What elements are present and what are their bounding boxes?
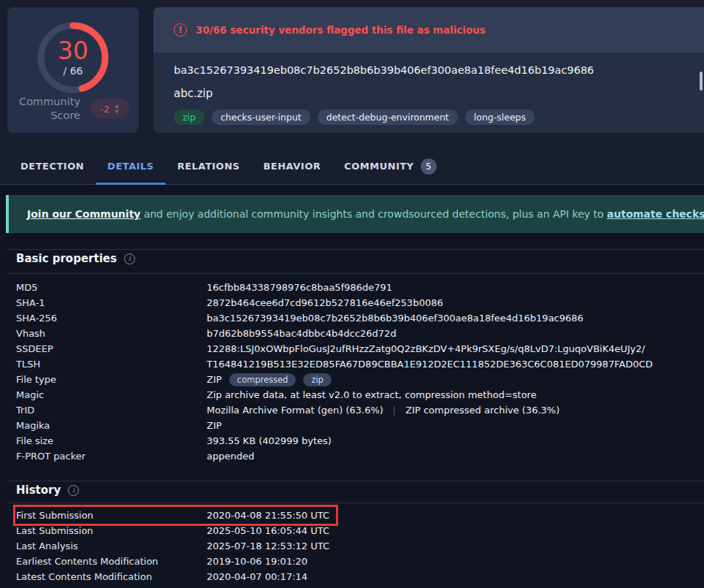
malicious-warning-text: 30/66 security vendors flagged this file… (196, 24, 486, 36)
card-scrollbar-thumb[interactable] (700, 72, 703, 91)
property-value-text: ba3c15267393419eb08c7b2652b8b6b39b406ef3… (207, 313, 584, 324)
property-row: MD516cfbb84338798976c8baa5f986de791 (16, 280, 704, 295)
engines-total: / 66 (64, 65, 83, 77)
property-row: MagicZip archive data, at least v2.0 to … (16, 387, 704, 402)
tab-label: DETECTION (20, 159, 84, 172)
property-value: Mozilla Archive Format (gen) (63.6%)|ZIP… (207, 405, 559, 416)
detection-score-gauge: 30 / 66 (32, 17, 114, 99)
basic-properties-heading: Basic properties i (16, 252, 135, 265)
property-row: TLSHT164841219B513E32ED85FA67D89CBBA1E91… (16, 356, 704, 372)
history-value: 2019-10-06 19:01:20 (207, 556, 307, 567)
tag-checks-user-input[interactable]: checks-user-input (212, 110, 310, 125)
history-key: Earliest Contents Modification (16, 556, 207, 567)
history-key: Latest Contents Modification (16, 571, 207, 582)
property-key: File type (16, 374, 207, 385)
basic-properties-title: Basic properties (16, 252, 117, 265)
property-row: F-PROT packerappended (16, 448, 704, 464)
property-row: MagikaZIP (16, 418, 704, 433)
history-row: Latest Contents Modification2020-04-07 0… (16, 569, 704, 584)
file-summary-body: ba3c15267393419eb08c7b2652b8b6b39b406ef3… (153, 53, 704, 125)
detection-score-card: 30 / 66 Community Score -2 ▲ ▼ (7, 7, 139, 133)
property-value: ZIP (207, 420, 222, 431)
property-value-text: ZIP (207, 420, 222, 431)
tab-community[interactable]: COMMUNITY5 (332, 150, 448, 185)
property-value: ZIPcompressedzip (207, 373, 332, 386)
tag-zip[interactable]: zip (174, 110, 204, 125)
history-heading: History i (16, 484, 79, 497)
alert-circle-icon: ! (174, 23, 187, 37)
badge-compressed[interactable]: compressed (229, 373, 296, 386)
basic-properties-table: MD516cfbb84338798976c8baa5f986de791SHA-1… (16, 280, 704, 464)
property-value-text: appended (207, 451, 254, 462)
divider (7, 249, 704, 250)
file-summary-card: ! 30/66 security vendors flagged this fi… (153, 7, 704, 133)
community-score-label: Community Score (19, 95, 80, 123)
file-name: abc.zip (174, 87, 704, 100)
history-key: First Submission (16, 510, 207, 521)
property-key: F-PROT packer (16, 451, 207, 462)
history-value-text: 2025-05-10 16:05:44 UTC (207, 525, 329, 536)
tab-behavior[interactable]: BEHAVIOR (251, 150, 332, 185)
property-value-text: 16cfbb84338798976c8baa5f986de791 (207, 282, 392, 293)
vote-down-icon[interactable]: ▼ (115, 110, 118, 115)
history-row-highlighted: First Submission2020-04-08 21:55:50 UTC (16, 508, 335, 523)
property-key: Vhash (16, 328, 207, 339)
join-community-link[interactable]: Join our Community (27, 208, 140, 220)
property-value: T164841219B513E32ED85FA67D89CBBA1E912D2E… (207, 359, 653, 370)
tab-detection[interactable]: DETECTION (9, 150, 96, 185)
history-value-text: 2020-04-08 21:55:50 UTC (207, 510, 329, 521)
tag-detect-debug-environment[interactable]: detect-debug-environment (318, 110, 458, 125)
property-key: SSDEEP (16, 343, 207, 354)
property-value-text: 393.55 KB (402999 bytes) (207, 435, 332, 446)
property-value: 393.55 KB (402999 bytes) (207, 435, 332, 446)
property-key: Magika (16, 420, 207, 431)
divider (7, 481, 704, 481)
property-value: b7d62b8b9554bac4dbbc4b4dcc26d72d (207, 328, 397, 339)
community-score-stepper[interactable]: -2 ▲ ▼ (90, 99, 129, 119)
vote-up-icon[interactable]: ▲ (115, 104, 118, 109)
property-value-text: Mozilla Archive Format (gen) (63.6%) (207, 405, 383, 416)
property-key: File size (16, 435, 207, 446)
history-title: History (16, 484, 61, 497)
tab-label: DETAILS (107, 159, 154, 172)
info-icon[interactable]: i (124, 253, 135, 264)
tab-details[interactable]: DETAILS (96, 150, 166, 185)
property-key: Magic (16, 389, 207, 400)
property-value-text: Zip archive data, at least v2.0 to extra… (207, 389, 537, 400)
history-value: 2020-04-07 00:17:14 (207, 571, 307, 582)
history-value-text: 2025-07-18 12:53:12 UTC (207, 541, 329, 551)
community-score-label-line1: Community (19, 95, 80, 110)
tab-label: COMMUNITY (344, 159, 414, 172)
badge-zip[interactable]: zip (303, 373, 332, 386)
history-value: 2025-05-10 16:05:44 UTC (207, 525, 329, 536)
property-key: TrID (16, 405, 207, 416)
property-key: SHA-256 (16, 313, 207, 324)
automate-checks-link[interactable]: automate checks. (607, 208, 704, 220)
divider (7, 503, 704, 503)
property-row: SHA-256ba3c15267393419eb08c7b2652b8b6b39… (16, 310, 704, 326)
property-value-text: 12288:LSJ0xOWbpFloGusJ2ufRHzzZatg0Q2zBKz… (207, 343, 645, 354)
history-value: 2020-04-08 21:55:50 UTC (207, 510, 329, 521)
report-tabs: DETECTIONDETAILSRELATIONSBEHAVIORCOMMUNI… (9, 150, 448, 185)
property-row: File size393.55 KB (402999 bytes) (16, 433, 704, 448)
tag-long-sleeps[interactable]: long-sleeps (465, 110, 535, 125)
info-icon[interactable]: i (68, 485, 79, 496)
property-row: Vhashb7d62b8b9554bac4dbbc4b4dcc26d72d (16, 326, 704, 341)
history-row: Last Analysis2025-07-18 12:53:12 UTC (16, 538, 704, 554)
tab-label: RELATIONS (177, 159, 240, 172)
history-key: Last Submission (16, 525, 207, 536)
community-score-row: Community Score -2 ▲ ▼ (16, 95, 129, 123)
join-community-banner: Join our Community and enjoy additional … (6, 195, 704, 233)
history-row: Last Submission2025-05-10 16:05:44 UTC (16, 523, 704, 538)
property-value-text: ZIP compressed archive (36.3%) (405, 405, 559, 416)
file-sha256: ba3c15267393419eb08c7b2652b8b6b39b406ef3… (174, 64, 704, 76)
tab-relations[interactable]: RELATIONS (166, 150, 252, 185)
property-value: appended (207, 451, 254, 462)
property-row: SHA-12872b464cee6d7cd9612b527816e46ef253… (16, 295, 704, 310)
history-value: 2025-07-18 12:53:12 UTC (207, 541, 329, 551)
virustotal-file-report: 30 / 66 Community Score -2 ▲ ▼ (0, 0, 704, 588)
community-score-label-line2: Score (19, 109, 80, 123)
divider (7, 273, 704, 274)
history-value-text: 2020-04-07 00:17:14 (207, 571, 307, 582)
community-count-badge: 5 (421, 159, 437, 175)
